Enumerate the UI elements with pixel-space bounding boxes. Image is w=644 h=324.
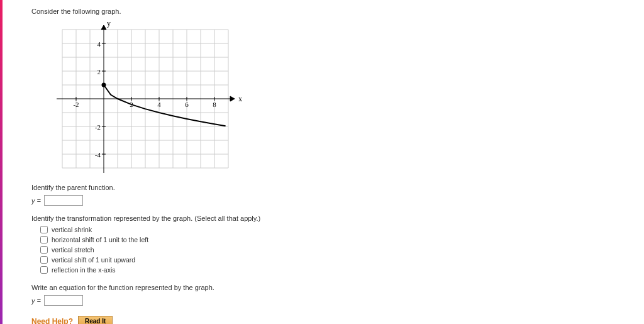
curve <box>104 85 226 126</box>
option-label: vertical stretch <box>52 246 94 254</box>
svg-marker-25 <box>101 25 106 30</box>
option-label: vertical shrink <box>52 226 92 233</box>
xtick: 8 <box>213 101 216 108</box>
equation-input[interactable] <box>44 295 83 306</box>
read-it-button[interactable]: Read It <box>78 316 113 324</box>
checkbox[interactable] <box>40 256 48 264</box>
option-reflection-x-axis[interactable]: reflection in the x-axis <box>40 266 472 274</box>
y-axis-label: y <box>107 20 111 28</box>
ytick: 4 <box>97 40 101 48</box>
ytick: 2 <box>97 68 101 75</box>
need-help-row: Need Help? Read It <box>31 316 472 324</box>
option-vertical-shrink[interactable]: vertical shrink <box>40 226 472 233</box>
option-label: horizontal shift of 1 unit to the left <box>52 236 148 243</box>
option-label: vertical shift of 1 unit upward <box>52 256 135 264</box>
equation-prefix: y = <box>31 297 41 304</box>
prompt-identify-parent: Identify the parent function. <box>31 184 472 191</box>
checkbox[interactable] <box>40 226 48 233</box>
svg-marker-23 <box>230 96 235 101</box>
xtick: -2 <box>73 101 79 108</box>
equation-prefix: y = <box>31 197 41 204</box>
checkbox[interactable] <box>40 246 48 254</box>
prompt-identify-transformation: Identify the transformation represented … <box>31 215 472 222</box>
xtick: 4 <box>157 101 161 108</box>
ytick: -4 <box>95 151 101 159</box>
prompt-write-equation: Write an equation for the function repre… <box>31 284 472 291</box>
endpoint-dot <box>102 83 106 87</box>
checkbox[interactable] <box>40 236 48 243</box>
ytick: -2 <box>95 123 101 131</box>
graph-figure: -2 2 4 6 8 4 2 -2 -4 x y <box>57 20 472 179</box>
xtick: 6 <box>185 101 189 108</box>
checkbox[interactable] <box>40 266 48 274</box>
x-axis-label: x <box>238 94 242 103</box>
option-label: reflection in the x-axis <box>52 266 116 274</box>
need-help-label: Need Help? <box>31 317 73 325</box>
parent-function-input[interactable] <box>44 195 83 206</box>
prompt-consider-graph: Consider the following graph. <box>31 8 472 15</box>
option-vertical-shift-upward[interactable]: vertical shift of 1 unit upward <box>40 256 472 264</box>
option-vertical-stretch[interactable]: vertical stretch <box>40 246 472 254</box>
option-horizontal-shift-left[interactable]: horizontal shift of 1 unit to the left <box>40 236 472 243</box>
